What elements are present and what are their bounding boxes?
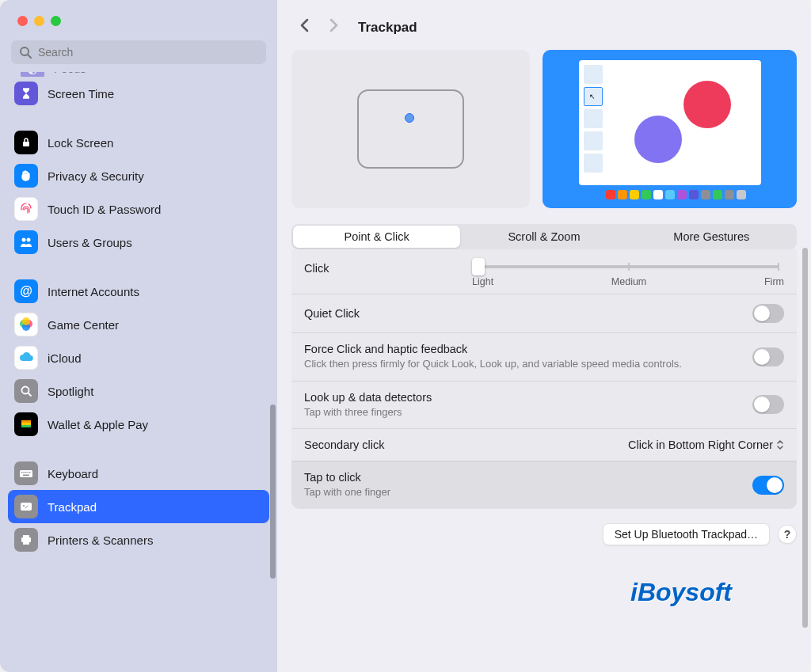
sidebar-item-lock-screen[interactable]: Lock Screen xyxy=(8,126,269,159)
setup-bluetooth-trackpad-button[interactable]: Set Up Bluetooth Trackpad… xyxy=(603,523,770,545)
trackpad-preview xyxy=(291,50,530,208)
focus-icon: ◐ xyxy=(21,72,44,77)
sidebar-item-icloud[interactable]: iCloud xyxy=(8,341,269,374)
forward-button[interactable] xyxy=(325,14,342,40)
lookup-row: Look up & data detectors Tap with three … xyxy=(291,381,797,429)
quiet-click-row: Quiet Click xyxy=(291,294,797,332)
main-scrollbar[interactable] xyxy=(802,248,808,628)
sidebar-item-privacy-security[interactable]: Privacy & Security xyxy=(8,159,269,192)
svg-point-8 xyxy=(22,317,30,325)
slider-thumb[interactable] xyxy=(472,258,485,275)
sidebar-list[interactable]: ◐ Focus Screen Time Lock Screen xyxy=(0,72,277,672)
sidebar-item-label: Printers & Scanners xyxy=(48,533,153,547)
search-input[interactable] xyxy=(11,40,266,64)
chevron-updown-icon xyxy=(776,439,784,450)
click-slider[interactable] xyxy=(477,265,779,268)
trackpad-shape xyxy=(357,89,464,169)
sidebar-item-keyboard[interactable]: Keyboard xyxy=(8,457,269,490)
cursor-icon: ↖ xyxy=(589,93,596,101)
tab-point-click[interactable]: Point & Click xyxy=(293,226,460,248)
sidebar: ◐ Focus Screen Time Lock Screen xyxy=(0,0,277,672)
wallet-icon xyxy=(14,412,38,436)
hourglass-icon xyxy=(14,82,38,105)
sidebar-item-label: Spotlight xyxy=(48,385,93,398)
sidebar-item-label: Touch ID & Password xyxy=(48,203,161,216)
svg-rect-14 xyxy=(20,470,32,477)
quiet-click-toggle[interactable] xyxy=(752,304,784,323)
sidebar-item-label: Wallet & Apple Pay xyxy=(48,418,148,431)
lookup-sub: Tap with three fingers xyxy=(304,405,740,420)
sidebar-item-users-groups[interactable]: Users & Groups xyxy=(8,226,269,259)
sidebar-item-label: Lock Screen xyxy=(48,136,113,150)
preview-row: ↖ xyxy=(277,50,811,208)
tap-to-click-row: Tap to click Tap with one finger xyxy=(291,461,797,509)
minimize-window-button[interactable] xyxy=(34,16,44,26)
click-label: Click xyxy=(304,259,463,275)
svg-rect-13 xyxy=(21,425,31,427)
secondary-click-value: Click in Bottom Right Corner xyxy=(628,439,773,451)
lock-icon xyxy=(14,131,38,154)
fingerprint-icon xyxy=(14,197,38,221)
printer-icon xyxy=(14,528,38,552)
desktop-preview: ↖ xyxy=(543,50,797,208)
svg-point-9 xyxy=(22,387,29,394)
force-click-sub: Click then press firmly for Quick Look, … xyxy=(304,357,740,371)
secondary-click-label: Secondary click xyxy=(304,439,615,451)
sidebar-scrollbar[interactable] xyxy=(270,404,276,579)
svg-rect-2 xyxy=(23,142,29,146)
sidebar-item-label: iCloud xyxy=(48,351,82,365)
settings-panel: Click Light Medium Firm xyxy=(291,249,797,509)
sidebar-item-screen-time[interactable]: Screen Time xyxy=(8,77,269,110)
sidebar-item-touch-id[interactable]: Touch ID & Password xyxy=(8,192,269,226)
force-click-toggle[interactable] xyxy=(752,347,784,366)
svg-rect-18 xyxy=(28,472,29,473)
keyboard-icon xyxy=(14,461,38,485)
main-content: Trackpad ↖ xyxy=(277,0,811,672)
slider-label-light: Light xyxy=(472,276,493,287)
sidebar-item-trackpad[interactable]: Trackpad xyxy=(8,490,269,523)
svg-point-4 xyxy=(27,238,31,242)
sidebar-item-label: Focus xyxy=(54,72,86,75)
hand-icon xyxy=(14,164,38,188)
sidebar-item-focus[interactable]: ◐ Focus xyxy=(14,72,263,77)
preview-dock xyxy=(594,190,746,199)
force-click-label: Force Click and haptic feedback xyxy=(304,343,740,355)
header: Trackpad xyxy=(277,0,811,50)
game-center-icon xyxy=(14,313,38,336)
help-button[interactable]: ? xyxy=(778,525,797,544)
lookup-label: Look up & data detectors xyxy=(304,391,740,404)
at-icon: @ xyxy=(14,279,38,303)
sidebar-item-internet-accounts[interactable]: @ Internet Accounts xyxy=(8,275,269,308)
svg-rect-12 xyxy=(21,423,31,425)
svg-rect-24 xyxy=(23,535,29,537)
svg-line-10 xyxy=(29,393,31,396)
svg-rect-15 xyxy=(21,472,23,473)
close-window-button[interactable] xyxy=(17,16,28,26)
zoom-window-button[interactable] xyxy=(51,16,61,26)
quiet-click-label: Quiet Click xyxy=(304,307,740,320)
back-button[interactable] xyxy=(296,14,314,40)
tap-to-click-sub: Tap with one finger xyxy=(304,485,740,499)
trackpad-icon xyxy=(14,495,38,518)
tab-scroll-zoom[interactable]: Scroll & Zoom xyxy=(460,226,627,248)
click-strength-row: Click Light Medium Firm xyxy=(291,249,797,294)
svg-rect-17 xyxy=(25,472,27,473)
watermark: iBoysoft xyxy=(630,578,732,607)
sidebar-item-label: Privacy & Security xyxy=(48,169,144,183)
sidebar-item-spotlight[interactable]: Spotlight xyxy=(8,374,269,408)
lookup-toggle[interactable] xyxy=(752,395,784,414)
footer: Set Up Bluetooth Trackpad… ? xyxy=(277,509,811,545)
svg-rect-21 xyxy=(21,503,32,511)
sidebar-item-game-center[interactable]: Game Center xyxy=(8,308,269,341)
tap-to-click-label: Tap to click xyxy=(304,471,740,484)
sidebar-item-label: Trackpad xyxy=(48,500,97,514)
sidebar-item-label: Internet Accounts xyxy=(48,285,139,298)
sidebar-item-printers[interactable]: Printers & Scanners xyxy=(8,523,269,556)
sidebar-item-wallet[interactable]: Wallet & Apple Pay xyxy=(8,408,269,441)
tab-segmented-control: Point & Click Scroll & Zoom More Gesture… xyxy=(291,224,797,249)
secondary-click-popup[interactable]: Click in Bottom Right Corner xyxy=(628,439,784,451)
slider-label-firm: Firm xyxy=(764,276,784,287)
tap-to-click-toggle[interactable] xyxy=(752,476,784,495)
tab-more-gestures[interactable]: More Gestures xyxy=(628,226,795,248)
cloud-icon xyxy=(14,346,38,370)
